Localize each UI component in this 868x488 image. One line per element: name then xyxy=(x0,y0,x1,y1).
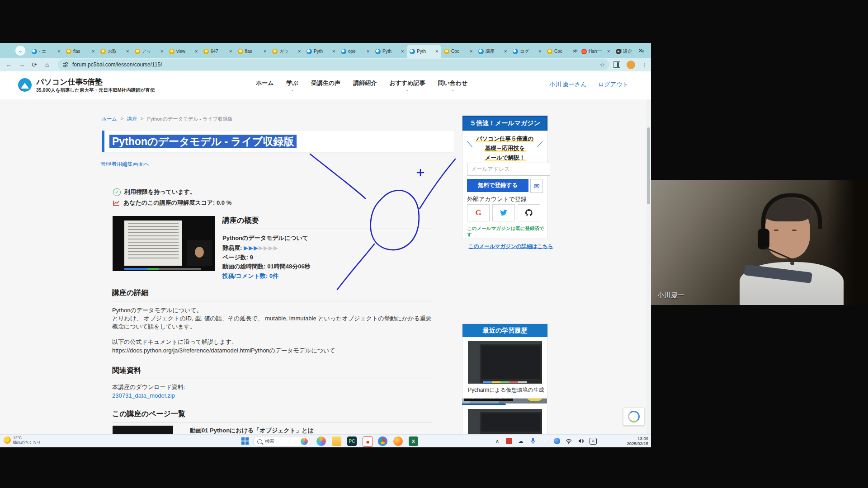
side-panel-icon[interactable] xyxy=(613,61,620,68)
site-logo[interactable] xyxy=(18,78,32,92)
tab-close-icon[interactable]: ✕ xyxy=(435,49,439,54)
page-scrollbar[interactable] xyxy=(646,99,651,434)
tab-close-icon[interactable]: ✕ xyxy=(160,49,164,54)
excel-taskbar-icon[interactable]: X xyxy=(409,436,418,446)
volume-tray-icon[interactable] xyxy=(577,437,585,445)
logout-link[interactable]: ログアウト xyxy=(598,80,628,89)
meet-tray-icon[interactable] xyxy=(506,438,512,444)
tab-close-icon[interactable]: ✕ xyxy=(504,49,507,54)
tab-close-icon[interactable]: ✕ xyxy=(401,49,404,54)
bookmark-star-icon[interactable]: ☆ xyxy=(599,61,605,68)
breadcrumb-item[interactable]: ホーム xyxy=(102,116,117,122)
tab-close-icon[interactable]: ✕ xyxy=(297,49,301,54)
tab-close-icon[interactable]: ✕ xyxy=(57,49,61,54)
microphone-tray-icon[interactable] xyxy=(529,437,537,445)
browser-tab[interactable]: Pyth✕ xyxy=(304,45,338,58)
headphones-icon xyxy=(761,193,822,229)
tab-search-button[interactable]: ⌄ xyxy=(15,46,25,56)
chrome-taskbar-icon[interactable] xyxy=(378,436,387,446)
history-item-thumbnail[interactable] xyxy=(468,341,542,384)
tab-close-icon[interactable]: ✕ xyxy=(263,49,267,54)
browser-tab[interactable]: Coc✕ xyxy=(441,45,476,58)
close-button[interactable]: ✕ xyxy=(630,47,651,54)
close-tray-icon[interactable]: ✕ xyxy=(542,437,549,445)
taskbar-weather[interactable]: 12°C 晴れのちくもり xyxy=(4,436,41,445)
profile-avatar[interactable] xyxy=(627,61,635,69)
browser-tab[interactable]: ope✕ xyxy=(338,45,373,58)
site-info-icon[interactable] xyxy=(62,61,69,68)
browser-menu-icon[interactable]: ⋮ xyxy=(642,61,647,68)
back-button[interactable]: ← xyxy=(3,61,15,68)
magazine-detail-link[interactable]: このメールマガジンの詳細はこちら xyxy=(468,243,553,250)
browser-tab[interactable]: ログ✕ xyxy=(510,45,544,58)
course-video-thumbnail[interactable] xyxy=(113,216,215,271)
email-input[interactable]: メールアドレス xyxy=(467,163,550,176)
browser-tab[interactable]: 647✕ xyxy=(201,45,235,58)
page-list-item-thumbnail[interactable] xyxy=(113,426,173,434)
recaptcha-badge[interactable] xyxy=(623,408,645,426)
tab-close-icon[interactable]: ✕ xyxy=(194,49,198,54)
nav-item-学ぶ[interactable]: 学ぶ⌄ xyxy=(287,79,298,92)
tab-close-icon[interactable]: ✕ xyxy=(366,49,370,54)
reload-button[interactable]: ⟳ xyxy=(28,61,41,68)
site-title[interactable]: パソコン仕事5倍塾 xyxy=(36,77,103,87)
admin-edit-link[interactable]: 管理者用編集画面へ xyxy=(100,160,149,168)
nav-item-ホーム[interactable]: ホーム xyxy=(256,79,274,92)
home-button[interactable]: ⌂ xyxy=(41,61,53,68)
history-item-2-thumbnail[interactable] xyxy=(468,409,542,434)
minimize-button[interactable]: — xyxy=(589,47,609,54)
browser-tab[interactable]: ガラ✕ xyxy=(269,45,304,58)
browser-tab[interactable]: - エ✕ xyxy=(29,45,63,58)
tab-close-icon[interactable]: ✕ xyxy=(229,49,232,54)
copilot-ball-tray-icon[interactable] xyxy=(554,438,560,444)
nav-item-講師紹介[interactable]: 講師紹介 xyxy=(353,79,377,92)
site-favicon xyxy=(410,49,415,54)
tab-close-icon[interactable]: ✕ xyxy=(91,49,95,54)
subscribe-button[interactable]: 無料で登録する xyxy=(467,179,528,192)
github-login-button[interactable] xyxy=(518,204,540,221)
chevron-up-tray-icon[interactable]: ∧ xyxy=(494,437,501,445)
tab-close-icon[interactable]: ✕ xyxy=(332,49,335,54)
address-bar[interactable]: forum.pc5bai.com/lesson/course/115/ ☆ xyxy=(58,59,609,70)
browser-tab[interactable]: flas✕ xyxy=(63,45,98,58)
onedrive-paused-tray-icon[interactable]: ☁ xyxy=(517,437,524,445)
tab-close-icon[interactable]: ✕ xyxy=(469,49,473,54)
scrollbar-thumb[interactable] xyxy=(647,127,650,204)
download-zip-link[interactable]: 230731_data_model.zip xyxy=(112,392,175,400)
tab-close-icon[interactable]: ✕ xyxy=(126,49,129,54)
details-heading: 講座の詳細 xyxy=(112,288,148,298)
new-tab-button[interactable]: + xyxy=(571,45,581,56)
google-login-button[interactable]: G xyxy=(467,204,490,221)
comments-link[interactable]: 投稿/コメント数: 0件 xyxy=(222,272,278,280)
breadcrumb-item[interactable]: 講座 xyxy=(127,116,137,122)
history-item-title[interactable]: Pycharmによる仮想環境の生成 xyxy=(468,386,544,394)
browser-tab[interactable]: お取✕ xyxy=(98,45,132,58)
twitter-login-button[interactable] xyxy=(492,204,515,221)
start-button[interactable] xyxy=(241,437,249,445)
firefox-taskbar-icon[interactable] xyxy=(393,436,403,446)
notes-taskbar-icon[interactable]: ■ xyxy=(363,436,373,447)
forward-button[interactable]: → xyxy=(15,61,28,68)
browser-tab[interactable]: view✕ xyxy=(166,45,201,58)
taskbar-search[interactable]: 検索 xyxy=(253,436,310,447)
browser-tab[interactable]: flas✕ xyxy=(235,45,269,58)
ime-tray-icon[interactable]: A xyxy=(590,438,597,445)
user-name-link[interactable]: 小川 慶一さん xyxy=(549,80,586,89)
nav-item-おすすめ記事[interactable]: おすすめ記事⌄ xyxy=(389,79,425,92)
browser-tab[interactable]: Pyth✕ xyxy=(407,45,441,58)
already-registered-note: このメールマガジンは既に登録済です xyxy=(467,225,547,238)
page-list-item-title[interactable]: 動画01 Pythonにおける「オブジェクト」とは xyxy=(190,427,314,434)
star-favicon xyxy=(547,49,552,54)
browser-tab[interactable]: アッ✕ xyxy=(132,45,166,58)
browser-tab[interactable]: 講座✕ xyxy=(476,45,510,58)
maximize-button[interactable]: □ xyxy=(609,47,630,54)
tab-close-icon[interactable]: ✕ xyxy=(538,49,542,54)
nav-item-受講生の声[interactable]: 受講生の声 xyxy=(311,79,340,92)
taskbar-clock[interactable]: 13:09 2025/02/15 xyxy=(627,436,648,446)
explorer-taskbar-icon[interactable] xyxy=(332,436,341,446)
nav-item-問い合わせ[interactable]: 問い合わせ⌄ xyxy=(438,79,467,92)
copilot-taskbar-icon[interactable] xyxy=(316,436,326,446)
wifi-tray-icon[interactable] xyxy=(565,437,572,445)
browser-tab[interactable]: Pyth✕ xyxy=(373,45,407,58)
pycharm-taskbar-icon[interactable]: PC xyxy=(347,436,357,446)
